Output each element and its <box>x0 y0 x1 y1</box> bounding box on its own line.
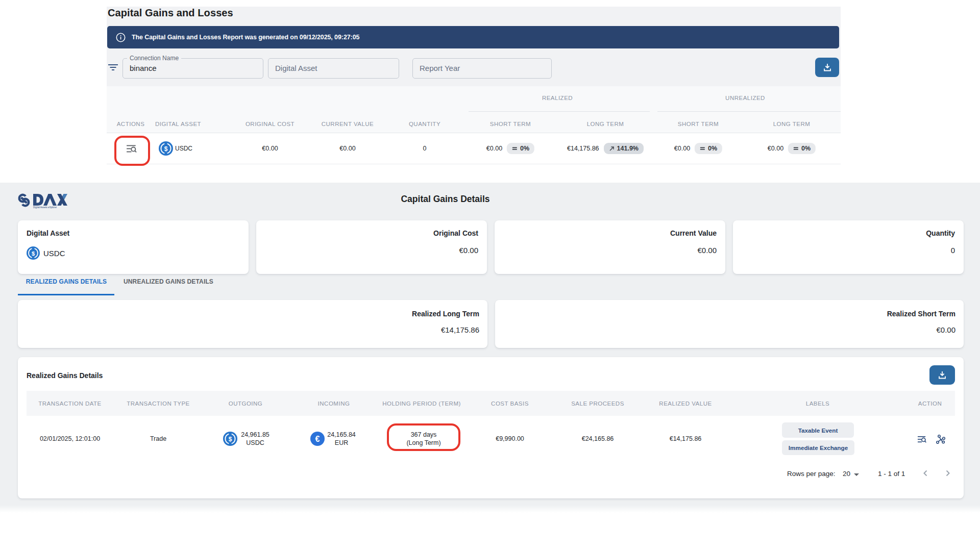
svg-text:$: $ <box>32 251 35 257</box>
svg-text:$: $ <box>229 436 232 443</box>
svg-text:$: $ <box>164 145 168 153</box>
svg-text:€: € <box>315 435 320 443</box>
svg-text:Digital Assets eXplorer: Digital Assets eXplorer <box>33 206 57 209</box>
